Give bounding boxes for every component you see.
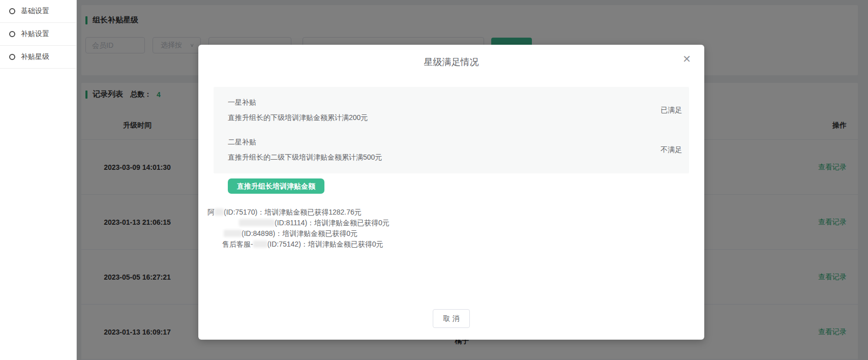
- cancel-button[interactable]: 取 消: [433, 309, 470, 328]
- radio-circle-icon: [9, 8, 15, 14]
- status-badge: 不满足: [661, 145, 682, 155]
- dialog-title: 星级满足情况: [198, 45, 704, 68]
- condition-name: 二星补贴: [228, 138, 382, 147]
- close-icon[interactable]: ✕: [682, 54, 691, 64]
- member-line: 阿(ID:75170)：培训津贴金额已获得1282.76元: [207, 207, 704, 218]
- condition-desc: 直推升组长的二级下级培训津贴金额累计满500元: [228, 153, 382, 162]
- subsidy-amount-button[interactable]: 直推升组长培训津贴金额: [228, 178, 324, 194]
- redacted-name: [215, 208, 224, 216]
- status-badge: 已满足: [661, 106, 682, 115]
- sidebar-item-label: 补贴设置: [21, 29, 49, 39]
- star-status-dialog: ✕ 星级满足情况 一星补贴 直推升组长的下级培训津贴金额累计满200元 已满足 …: [198, 45, 704, 340]
- conditions-panel: 一星补贴 直推升组长的下级培训津贴金额累计满200元 已满足 二星补贴 直推升组…: [214, 87, 689, 173]
- radio-circle-icon: [9, 31, 15, 37]
- redacted-name: [239, 219, 275, 226]
- member-line: (ID:81114)：培训津贴金额已获得0元: [207, 218, 704, 228]
- sidebar-item-label: 基础设置: [21, 7, 49, 16]
- condition-row-two-star: 二星补贴 直推升组长的二级下级培训津贴金额累计满500元 不满足: [228, 138, 682, 162]
- sidebar-item-subsidy-star[interactable]: 补贴星级: [0, 46, 76, 69]
- condition-row-one-star: 一星补贴 直推升组长的下级培训津贴金额累计满200元 已满足: [228, 98, 682, 123]
- member-line: (ID:84898)：培训津贴金额已获得0元: [207, 228, 704, 239]
- sidebar: 基础设置 补贴设置 补贴星级: [0, 0, 77, 360]
- radio-circle-icon: [9, 54, 15, 60]
- member-subsidy-list: 阿(ID:75170)：培训津贴金额已获得1282.76元 (ID:81114)…: [207, 207, 704, 250]
- sidebar-item-basic-settings[interactable]: 基础设置: [0, 0, 76, 23]
- sidebar-item-label: 补贴星级: [21, 52, 49, 62]
- redacted-name: [253, 241, 267, 248]
- redacted-name: [224, 230, 242, 237]
- condition-desc: 直推升组长的下级培训津贴金额累计满200元: [228, 113, 368, 123]
- condition-name: 一星补贴: [228, 98, 368, 107]
- sidebar-item-subsidy-settings[interactable]: 补贴设置: [0, 23, 76, 46]
- member-line: 售后客服-(ID:75142)：培训津贴金额已获得0元: [207, 239, 704, 250]
